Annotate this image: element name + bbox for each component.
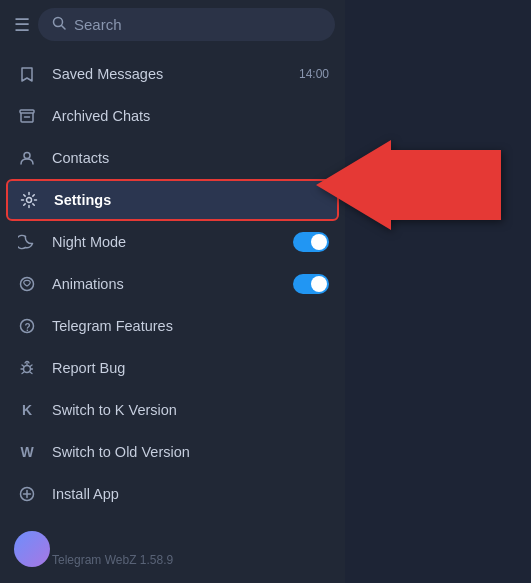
install-app-icon — [16, 483, 38, 505]
features-icon: ? — [16, 315, 38, 337]
gear-icon — [18, 189, 40, 211]
install-app-label: Install App — [52, 486, 329, 502]
svg-line-1 — [62, 26, 66, 30]
person-icon — [16, 147, 38, 169]
hamburger-button[interactable]: ☰ — [14, 14, 30, 36]
telegram-features-label: Telegram Features — [52, 318, 329, 334]
animations-label: Animations — [52, 276, 279, 292]
saved-messages-badge: 14:00 — [299, 67, 329, 81]
sidebar-item-switch-old[interactable]: W Switch to Old Version — [0, 431, 345, 473]
contacts-label: Contacts — [52, 150, 329, 166]
animations-icon — [16, 273, 38, 295]
settings-label: Settings — [54, 192, 327, 208]
sidebar-item-contacts[interactable]: Contacts — [0, 137, 345, 179]
switch-k-label: Switch to K Version — [52, 402, 329, 418]
svg-point-6 — [21, 278, 34, 291]
sidebar-item-animations[interactable]: Animations — [0, 263, 345, 305]
version-text: Telegram WebZ 1.58.9 — [0, 543, 345, 583]
search-label: Search — [74, 16, 321, 33]
sidebar-item-telegram-features[interactable]: ? Telegram Features — [0, 305, 345, 347]
svg-point-4 — [24, 153, 30, 159]
svg-point-5 — [27, 198, 32, 203]
animations-toggle[interactable] — [293, 274, 329, 294]
bookmark-icon — [16, 63, 38, 85]
sidebar-item-install-app[interactable]: Install App — [0, 473, 345, 515]
svg-text:?: ? — [25, 322, 31, 333]
k-version-icon: K — [16, 399, 38, 421]
menu-list: Saved Messages 14:00 Archived Chats — [0, 49, 345, 543]
sidebar-item-night-mode[interactable]: Night Mode — [0, 221, 345, 263]
saved-messages-label: Saved Messages — [52, 66, 285, 82]
sidebar-item-saved-messages[interactable]: Saved Messages 14:00 — [0, 53, 345, 95]
moon-icon — [16, 231, 38, 253]
sidebar-item-report-bug[interactable]: Report Bug — [0, 347, 345, 389]
sidebar-item-settings[interactable]: Settings — [6, 179, 339, 221]
bug-icon — [16, 357, 38, 379]
sidebar: ☰ Search Saved Messages 14:00 — [0, 0, 345, 583]
archive-icon — [16, 105, 38, 127]
night-mode-toggle[interactable] — [293, 232, 329, 252]
svg-rect-2 — [20, 110, 34, 113]
night-mode-label: Night Mode — [52, 234, 279, 250]
sidebar-item-archived-chats[interactable]: Archived Chats — [0, 95, 345, 137]
report-bug-label: Report Bug — [52, 360, 329, 376]
search-icon — [52, 16, 66, 33]
w-version-icon: W — [16, 441, 38, 463]
search-bar[interactable]: Search — [38, 8, 335, 41]
user-avatar[interactable] — [14, 531, 50, 567]
archived-chats-label: Archived Chats — [52, 108, 329, 124]
sidebar-item-switch-k[interactable]: K Switch to K Version — [0, 389, 345, 431]
switch-old-label: Switch to Old Version — [52, 444, 329, 460]
